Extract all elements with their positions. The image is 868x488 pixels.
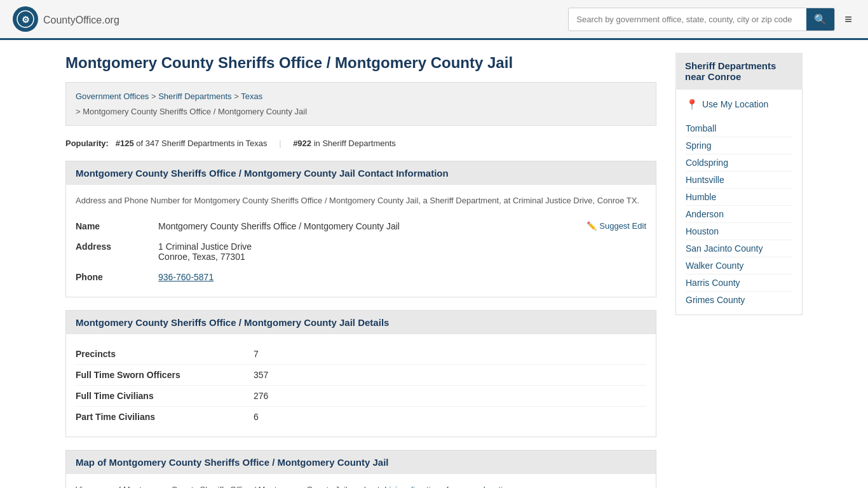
sidebar-link-item[interactable]: San Jacinto County <box>686 240 792 257</box>
contact-section-header: Montgomery County Sheriffs Office / Mont… <box>66 161 656 185</box>
breadcrumb-sheriff-depts[interactable]: Sheriff Departments <box>158 92 231 101</box>
map-section-header: Map of Montgomery County Sheriffs Office… <box>66 451 656 474</box>
main-container: Montgomery County Sheriffs Office / Mont… <box>53 40 815 488</box>
sidebar-header: Sheriff Departments near Conroe <box>675 53 803 90</box>
map-desc-text: View map of Montgomery County Sheriffs O… <box>76 485 366 488</box>
breadcrumb-gov-offices[interactable]: Government Offices <box>76 92 149 101</box>
name-row: Name Montgomery County Sheriffs Office /… <box>76 216 646 236</box>
map-section-body: View map of Montgomery County Sheriffs O… <box>66 474 656 488</box>
details-section-header: Montgomery County Sheriffs Office / Mont… <box>66 311 656 334</box>
address-value: 1 Criminal Justice Drive Conroe, Texas, … <box>158 241 646 262</box>
detail-row: Part Time Civilians 6 <box>76 407 646 427</box>
location-icon: 📍 <box>686 98 698 111</box>
breadcrumb-current: Montgomery County Sheriffs Office / Mont… <box>83 107 307 116</box>
breadcrumb: Government Offices > Sheriff Departments… <box>65 82 656 126</box>
content-area: Montgomery County Sheriffs Office / Mont… <box>65 53 656 488</box>
logo-area: ⚙ CountyOffice.org <box>13 6 119 32</box>
detail-label: Precincts <box>76 349 254 359</box>
logo-county: CountyOffice <box>43 15 102 25</box>
rank-national-text: in Sheriff Departments <box>314 139 396 148</box>
rank-state-number: #125 <box>116 139 134 148</box>
rank-state-suffix: of 347 Sheriff Departments in Texas <box>136 139 267 148</box>
sidebar-link-item[interactable]: Coldspring <box>686 154 792 172</box>
sidebar-link-item[interactable]: Harris County <box>686 274 792 292</box>
popularity-bar: Popularity: #125 of 347 Sheriff Departme… <box>65 139 656 148</box>
sidebar-links-container: TomballSpringColdspringHuntsvilleHumbleA… <box>686 120 792 308</box>
sidebar-link-item[interactable]: Anderson <box>686 206 792 223</box>
name-label: Name <box>76 221 158 231</box>
sidebar: Sheriff Departments near Conroe 📍 Use My… <box>675 53 803 488</box>
map-desc-end: . <box>514 485 517 488</box>
phone-link[interactable]: 936-760-5871 <box>158 272 214 282</box>
popularity-label: Popularity: <box>65 139 109 148</box>
search-button[interactable]: 🔍 <box>806 8 834 30</box>
suggest-edit-text: Suggest Edit <box>599 221 646 231</box>
address-label: Address <box>76 241 158 252</box>
rank-national-number: #922 <box>293 139 311 148</box>
sidebar-link-item[interactable]: Grimes County <box>686 292 792 308</box>
breadcrumb-texas[interactable]: Texas <box>241 92 262 101</box>
search-input[interactable] <box>569 10 806 29</box>
name-value: Montgomery County Sheriffs Office / Mont… <box>158 221 587 231</box>
sidebar-link-item[interactable]: Huntsville <box>686 172 792 189</box>
detail-value: 7 <box>254 349 259 359</box>
sidebar-content: 📍 Use My Location TomballSpringColdsprin… <box>675 90 803 315</box>
detail-label: Part Time Civilians <box>76 412 254 422</box>
sidebar-link-item[interactable]: Houston <box>686 223 792 240</box>
detail-value: 6 <box>254 412 259 422</box>
detail-value: 276 <box>254 391 268 401</box>
detail-label: Full Time Civilians <box>76 391 254 401</box>
details-section-body: Precincts 7 Full Time Sworn Officers 357… <box>66 334 656 437</box>
sidebar-link-item[interactable]: Walker County <box>686 257 792 274</box>
contact-description: Address and Phone Number for Montgomery … <box>76 194 646 207</box>
suggest-edit-link[interactable]: ✏️ Suggest Edit <box>587 221 646 231</box>
sidebar-link-item[interactable]: Tomball <box>686 120 792 137</box>
phone-row: Phone 936-760-5871 <box>76 267 646 287</box>
hamburger-button[interactable]: ≡ <box>841 9 855 30</box>
contact-info-table: Name Montgomery County Sheriffs Office /… <box>76 216 646 287</box>
address-row: Address 1 Criminal Justice Drive Conroe,… <box>76 236 646 267</box>
logo-icon: ⚙ <box>13 6 38 32</box>
directions-link[interactable]: get driving directions from your locatio… <box>368 485 512 488</box>
sidebar-link-item[interactable]: Humble <box>686 189 792 206</box>
logo-suffix: .org <box>102 15 119 25</box>
map-section: Map of Montgomery County Sheriffs Office… <box>65 450 656 488</box>
page-title: Montgomery County Sheriffs Office / Mont… <box>65 53 656 72</box>
header-right: 🔍 ≡ <box>568 8 855 31</box>
contact-section: Montgomery County Sheriffs Office / Mont… <box>65 161 656 298</box>
details-table: Precincts 7 Full Time Sworn Officers 357… <box>76 344 646 427</box>
detail-row: Precincts 7 <box>76 344 646 365</box>
svg-text:⚙: ⚙ <box>22 15 30 25</box>
details-section: Montgomery County Sheriffs Office / Mont… <box>65 310 656 437</box>
phone-value: 936-760-5871 <box>158 272 646 282</box>
contact-section-body: Address and Phone Number for Montgomery … <box>66 185 656 297</box>
detail-value: 357 <box>254 370 268 380</box>
sidebar-link-item[interactable]: Spring <box>686 137 792 154</box>
logo-text: CountyOffice.org <box>43 12 119 27</box>
detail-row: Full Time Civilians 276 <box>76 386 646 407</box>
detail-row: Full Time Sworn Officers 357 <box>76 365 646 386</box>
map-description: View map of Montgomery County Sheriffs O… <box>76 484 646 488</box>
address-line1: 1 Criminal Justice Drive <box>158 241 646 252</box>
search-bar: 🔍 <box>568 8 835 31</box>
phone-label: Phone <box>76 272 158 282</box>
suggest-edit-icon: ✏️ <box>587 221 597 231</box>
use-location-link[interactable]: Use My Location <box>702 96 768 112</box>
popularity-divider: | <box>279 139 281 148</box>
address-line2: Conroe, Texas, 77301 <box>158 252 646 262</box>
sidebar-location: 📍 Use My Location <box>686 96 792 112</box>
site-header: ⚙ CountyOffice.org 🔍 ≡ <box>0 0 868 40</box>
detail-label: Full Time Sworn Officers <box>76 370 254 380</box>
